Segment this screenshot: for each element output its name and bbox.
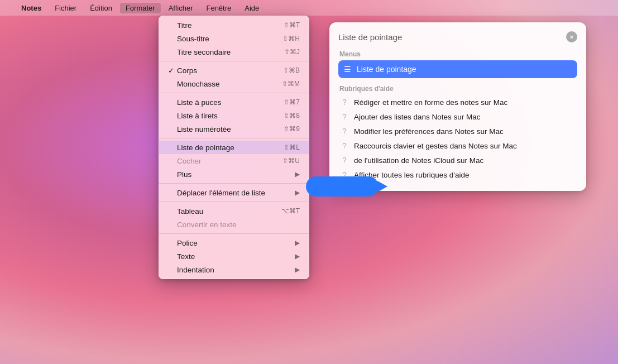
menu-tableau[interactable]: Tableau ⌥⌘T [159,204,309,218]
help-panel: Liste de pointage × Menus ☰ Liste de poi… [329,22,586,191]
help-link-text-5: de l'utilisation de Notes iCloud sur Mac [354,156,483,165]
apple-menu[interactable] [4,7,13,9]
separator-3 [159,138,309,138]
menubar-fenetre[interactable]: Fenêtre [200,3,237,13]
help-link-3[interactable]: ? Modifier les préférences dans Notes su… [338,124,577,138]
menu-sous-titre[interactable]: Sous-titre ⇧⌘H [159,32,309,45]
menu-deplacer-element[interactable]: Déplacer l'élément de liste ▶ [159,186,309,199]
desktop: Notes Fichier Édition Formater Afficher … [0,0,618,364]
menu-plus[interactable]: Plus ▶ [159,167,309,181]
menu-liste-numerotee[interactable]: Liste numérotée ⇧⌘9 [159,122,309,136]
help-link-2[interactable]: ? Ajouter des listes dans Notes sur Mac [338,109,577,124]
menu-cocher: Cocher ⇧⌘U [159,154,309,167]
help-menus-label: Menus [338,50,577,58]
separator-4 [159,183,309,184]
help-panel-title: Liste de pointage [338,32,566,42]
help-link-text-3: Modifier les préférences dans Notes sur … [354,127,504,136]
menu-titre-secondaire[interactable]: Titre secondaire ⇧⌘J [159,45,309,59]
question-icon-2: ? [339,112,349,121]
question-icon-5: ? [339,156,349,165]
menu-liste-pointage[interactable]: Liste de pointage ⇧⌘L [159,141,309,154]
separator-6 [159,233,309,234]
help-panel-header: Liste de pointage × [338,31,577,42]
menubar: Notes Fichier Édition Formater Afficher … [0,0,618,16]
formater-dropdown: Titre ⇧⌘T Sous-titre ⇧⌘H Titre secondair… [159,16,309,279]
help-link-text-4: Raccourcis clavier et gestes dans Notes … [354,142,517,150]
menubar-aide[interactable]: Aide [239,3,265,13]
menu-corps[interactable]: ✓ Corps ⇧⌘B [159,64,309,77]
help-selected-item-label: Liste de pointage [357,65,416,74]
menubar-notes[interactable]: Notes [16,3,47,13]
blue-arrow-indicator [306,176,379,197]
question-icon-3: ? [339,127,349,136]
separator-5 [159,202,309,202]
menubar-formater[interactable]: Formater [120,3,161,13]
list-icon: ☰ [344,65,351,74]
menu-liste-puces[interactable]: Liste à puces ⇧⌘7 [159,95,309,109]
question-icon-1: ? [339,98,349,107]
separator-1 [159,61,309,61]
menu-monochasse[interactable]: Monochasse ⇧⌘M [159,77,309,90]
help-link-5[interactable]: ? de l'utilisation de Notes iCloud sur M… [338,153,577,167]
menu-police[interactable]: Police ▶ [159,236,309,250]
menu-texte[interactable]: Texte ▶ [159,250,309,263]
menu-liste-tirets[interactable]: Liste à tirets ⇧⌘8 [159,109,309,122]
menu-indentation[interactable]: Indentation ▶ [159,263,309,276]
help-link-text-2: Ajouter des listes dans Notes sur Mac [354,113,481,121]
menubar-afficher[interactable]: Afficher [163,3,199,13]
help-menu-liste-pointage[interactable]: ☰ Liste de pointage [338,60,577,78]
menubar-edition[interactable]: Édition [84,3,118,13]
help-rubriques-label: Rubriques d'aide [338,85,577,93]
question-icon-4: ? [339,141,349,150]
menu-convertir-texte: Convertir en texte [159,218,309,231]
separator-2 [159,93,309,93]
menu-titre[interactable]: Titre ⇧⌘T [159,18,309,32]
help-link-text-1: Rédiger et mettre en forme des notes sur… [354,98,507,107]
help-link-1[interactable]: ? Rédiger et mettre en forme des notes s… [338,95,577,109]
menubar-fichier[interactable]: Fichier [49,3,82,13]
help-link-4[interactable]: ? Raccourcis clavier et gestes dans Note… [338,138,577,153]
help-panel-close-button[interactable]: × [566,31,577,42]
